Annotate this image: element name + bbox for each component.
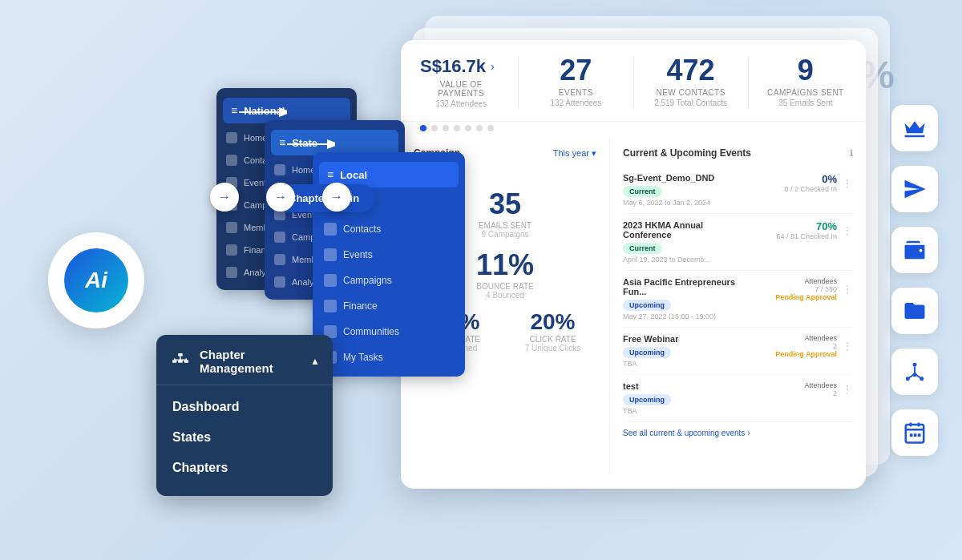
event-date-3: TBA [623, 360, 679, 368]
chapter-dropdown-chapters[interactable]: Chapters [156, 453, 333, 483]
contacts-sub: 2,519 Total Contacts [650, 99, 732, 107]
event-menu-3[interactable]: ⋮ [842, 340, 853, 353]
arrow-2: → [266, 183, 295, 212]
wallet-button[interactable] [891, 227, 938, 273]
dot-2[interactable] [431, 125, 438, 131]
folder-button[interactable] [891, 288, 938, 334]
event-badge-1: Current [623, 243, 662, 254]
events-column: Current & Upcoming Events ℹ Sg-Event_Dem… [610, 138, 866, 474]
top-arrow-2 [287, 136, 335, 155]
top-arrow-1 [239, 104, 287, 123]
event-name-1: 2023 HKMA Annual Conference [623, 220, 751, 240]
local-item-campaigns[interactable]: Campaigns [313, 268, 465, 293]
see-all-events-link[interactable]: See all current & upcoming events › [623, 429, 853, 437]
chapter-dropdown-dashboard[interactable]: Dashboard [156, 392, 333, 422]
payment-arrow-icon: › [491, 60, 495, 73]
event-menu-0[interactable]: ⋮ [842, 177, 853, 190]
chevron-right-icon: › [747, 429, 750, 437]
hierarchy-icon [169, 350, 192, 373]
event-name-0: Sg-Event_Demo_DND [623, 173, 714, 183]
campaigns-icon-local [324, 274, 337, 287]
send-button[interactable] [891, 166, 938, 212]
network-button[interactable] [891, 348, 938, 395]
two-column-layout: Campaign This year ▾ Summary 35 EMAILS S… [401, 138, 866, 474]
event-item-4: test Upcoming TBA Attendees 2 ⋮ [623, 375, 853, 422]
contacts-value: 472 [650, 56, 732, 85]
right-icons-panel [891, 105, 938, 456]
contacts-label: NEW CONTACTS [650, 88, 732, 97]
payment-sub: 132 Attendees [420, 99, 502, 108]
event-menu-4[interactable]: ⋮ [842, 383, 853, 396]
local-hamburger-icon: ≡ [327, 168, 333, 181]
event-attendees-0: 0 / 2 Checked In [784, 185, 837, 193]
dot-5[interactable] [465, 125, 471, 131]
campaigns-sub: 35 Emails Sent [765, 99, 847, 107]
stats-row: S$16.7k › VALUE OF PAYMENTS 132 Attendee… [401, 40, 866, 122]
svg-point-18 [913, 373, 917, 377]
event-status-3: Pending Approval [775, 350, 837, 358]
dot-6[interactable] [476, 125, 483, 131]
click-rate-metric: 20% CLICK RATE 7 Unique Clicks [509, 309, 596, 353]
campaign-filter[interactable]: This year ▾ [553, 148, 596, 159]
click-rate-label: CLICK RATE [509, 335, 596, 344]
calendar-button[interactable] [891, 409, 938, 456]
arrow-3: → [322, 183, 351, 212]
events-label: EVENTS [535, 88, 616, 97]
event-date-1: April 19, 2023 to Decemb... [623, 256, 751, 264]
local-item-mytasks[interactable]: My Tasks [313, 344, 465, 370]
event-menu-1[interactable]: ⋮ [842, 224, 853, 237]
events-icon-local [324, 248, 337, 261]
event-date-2: May 27, 2022 (15:00 - 19:00) [623, 312, 751, 320]
events-sub: 132 Attendees [535, 99, 616, 107]
event-attendees-3: 2 [775, 342, 837, 350]
payment-label: VALUE OF PAYMENTS [420, 80, 502, 98]
ai-logo: Ai [48, 232, 144, 328]
analytics-icon [226, 267, 237, 278]
local-item-contacts[interactable]: Contacts [313, 216, 465, 242]
events-stat-card: 27 EVENTS 132 Attendees [535, 56, 616, 108]
event-badge-3: Upcoming [623, 347, 671, 358]
event-metric-1: 70% [776, 220, 837, 232]
campaigns-label: CAMPAIGNS SENT [765, 88, 847, 97]
event-item-0: Sg-Event_Demo_DND Current May 6, 2022 to… [623, 167, 853, 214]
local-label: Local [340, 169, 367, 181]
dot-4[interactable] [454, 125, 460, 131]
dot-1[interactable] [420, 125, 426, 131]
local-item-events[interactable]: Events [313, 242, 465, 268]
events-header: Current & Upcoming Events ℹ [623, 147, 853, 159]
hamburger-icon: ≡ [231, 104, 237, 117]
svg-rect-24 [914, 433, 917, 437]
members-icon-state [274, 254, 285, 265]
info-icon: ℹ [850, 148, 853, 159]
local-item-finance[interactable]: Finance [313, 293, 465, 319]
event-attendees-4: 2 [804, 389, 837, 397]
svg-rect-23 [910, 433, 913, 437]
event-status-2: Pending Approval [775, 293, 837, 301]
event-name-2: Asia Pacific Entrepreneurs Fun... [623, 277, 751, 296]
event-badge-0: Current [623, 186, 662, 197]
chevron-down-icon: ▾ [592, 148, 596, 159]
dot-3[interactable] [443, 125, 449, 131]
event-menu-2[interactable]: ⋮ [842, 283, 853, 296]
event-metric-3: Attendees [775, 334, 837, 342]
click-rate-sub: 7 Unique Clicks [509, 344, 596, 353]
payment-stat-card: S$16.7k › VALUE OF PAYMENTS 132 Attendee… [420, 56, 502, 108]
contacts-icon [226, 155, 237, 166]
event-badge-2: Upcoming [623, 300, 671, 311]
analytics-icon-state [274, 276, 285, 288]
payment-value: S$16.7k [420, 56, 486, 77]
local-item-communities[interactable]: Communities [313, 319, 465, 344]
main-dashboard-card: S$16.7k › VALUE OF PAYMENTS 132 Attendee… [401, 40, 866, 489]
campaigns-value: 9 [765, 56, 847, 85]
svg-point-12 [913, 362, 917, 366]
click-rate-value: 20% [509, 309, 596, 335]
event-metric-2: Attendees [775, 277, 837, 285]
crown-button[interactable] [891, 105, 938, 151]
home-icon [226, 132, 237, 143]
campaigns-stat-card: 9 CAMPAIGNS SENT 35 Emails Sent [765, 56, 847, 108]
state-hamburger-icon: ≡ [279, 136, 285, 149]
events-section-title: Current & Upcoming Events [623, 147, 751, 159]
chapter-dropdown-states[interactable]: States [156, 422, 333, 453]
dot-7[interactable] [487, 125, 494, 131]
event-date-4: TBA [623, 407, 671, 415]
